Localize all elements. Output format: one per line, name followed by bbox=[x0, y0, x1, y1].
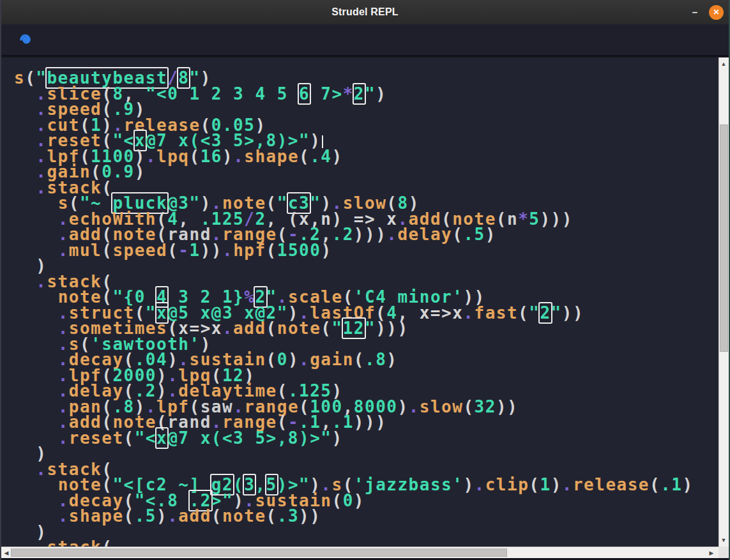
code-editor[interactable]: s("beautybeast/8") .slice(8, "<0 1 2 3 4… bbox=[1, 57, 719, 547]
code-lines: s("beautybeast/8") .slice(8, "<0 1 2 3 4… bbox=[1, 57, 719, 547]
scroll-down-arrow-icon[interactable]: ▼ bbox=[719, 536, 728, 545]
code-line: ) bbox=[14, 446, 719, 462]
code-line: ) bbox=[14, 258, 719, 274]
window-controls: – ✕ bbox=[688, 0, 724, 24]
code-line: ) bbox=[14, 524, 719, 540]
code-line: .reset("<x@7 x(<3 5>,8)>") bbox=[14, 430, 719, 446]
minimize-button[interactable]: – bbox=[688, 9, 701, 15]
code-line: .stack( bbox=[14, 540, 719, 547]
scroll-up-arrow-icon[interactable]: ▲ bbox=[719, 59, 728, 68]
close-button[interactable]: ✕ bbox=[709, 5, 724, 20]
scroll-right-arrow-icon[interactable]: ▶ bbox=[707, 549, 716, 557]
horizontal-scrollbar-thumb[interactable] bbox=[11, 549, 507, 557]
code-line: .gain(0.9) bbox=[14, 164, 719, 180]
scroll-left-arrow-icon[interactable]: ◀ bbox=[2, 549, 11, 557]
window-title: Strudel REPL bbox=[331, 6, 399, 18]
code-line: .mul(speed(-1)).hpf(1500) bbox=[14, 243, 719, 259]
text-cursor bbox=[322, 135, 323, 148]
strudel-spiral-logo-icon[interactable] bbox=[15, 29, 36, 50]
strudel-repl-window: Strudel REPL – ✕ s("beautybeast/8") .sli… bbox=[0, 0, 730, 560]
app-header bbox=[1, 24, 729, 56]
title-bar: Strudel REPL – ✕ bbox=[1, 0, 729, 24]
code-line: .shape(.5).add(note(.3)) bbox=[14, 508, 719, 524]
vertical-scrollbar-thumb[interactable] bbox=[720, 125, 728, 352]
horizontal-scrollbar[interactable]: ◀ ▶ bbox=[1, 547, 719, 558]
vertical-scrollbar[interactable]: ▲ ▼ bbox=[719, 57, 729, 547]
scrollbar-corner bbox=[719, 547, 729, 558]
